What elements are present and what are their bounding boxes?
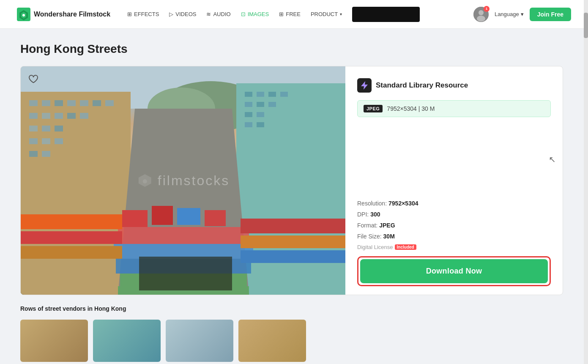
svg-point-6 <box>477 16 485 22</box>
svg-rect-21 <box>80 113 88 119</box>
svg-rect-55 <box>21 214 122 229</box>
image-section: filmstocks <box>21 66 345 295</box>
image-description: Rows of street vendors in Hong Kong <box>20 305 563 312</box>
videos-icon: ▷ <box>169 11 173 17</box>
svg-rect-58 <box>241 219 345 233</box>
audio-icon: ≋ <box>206 11 211 17</box>
svg-rect-50 <box>139 257 232 290</box>
svg-rect-35 <box>268 92 276 97</box>
thumbnail-item-4[interactable] <box>238 320 306 362</box>
thumbnail-item-2[interactable] <box>93 320 161 362</box>
nav-label-audio: AUDIO <box>213 11 230 17</box>
svg-rect-52 <box>152 206 173 225</box>
svg-rect-41 <box>257 112 264 117</box>
free-icon: ⊞ <box>279 11 284 17</box>
dpi-row: DPI: 300 <box>357 211 551 218</box>
join-free-button[interactable]: Join Free <box>530 8 571 21</box>
page-content: Hong Kong Streets <box>0 29 583 364</box>
nav-item-free[interactable]: ⊞ FREE <box>275 8 305 20</box>
svg-rect-43 <box>257 122 264 127</box>
svg-point-5 <box>479 10 484 15</box>
scrollbar[interactable] <box>584 0 588 364</box>
svg-rect-60 <box>241 250 345 263</box>
svg-rect-11 <box>21 92 131 295</box>
nav-label-effects: EFFECTS <box>134 11 159 17</box>
right-panel: Standard Library Resource JPEG 7952×5304… <box>345 66 563 295</box>
svg-rect-25 <box>42 126 50 131</box>
svg-rect-24 <box>29 126 38 131</box>
page-title: Hong Kong Streets <box>20 42 563 56</box>
format-badge-row[interactable]: JPEG 7952×5304 | 30 M <box>357 100 551 117</box>
svg-rect-16 <box>29 113 38 119</box>
svg-rect-57 <box>21 246 122 259</box>
nav-item-videos[interactable]: ▷ VIDEOS <box>165 8 200 20</box>
nav-item-effects[interactable]: ⊞ EFFECTS <box>123 8 163 20</box>
svg-rect-59 <box>241 235 345 248</box>
favorite-button[interactable] <box>27 72 40 86</box>
svg-rect-14 <box>55 100 63 106</box>
navbar-right: 1 Language ▾ Join Free <box>473 7 571 22</box>
images-icon: ⊡ <box>241 11 246 17</box>
nav-item-product[interactable]: PRODUCT ▾ <box>306 8 346 20</box>
resolution-display: 7952×5304 | 30 M <box>387 105 435 112</box>
digital-license-label: Digital License <box>357 244 393 250</box>
nav-label-free: FREE <box>286 11 301 17</box>
svg-rect-37 <box>245 102 252 107</box>
format-row: Format: JPEG <box>357 222 551 229</box>
specs-section: Resolution: 7952×5304 DPI: 300 Format: J… <box>357 192 551 286</box>
svg-rect-27 <box>29 138 38 144</box>
filesize-label: File Size: <box>357 233 382 240</box>
download-button-wrap: Download Now <box>357 256 551 286</box>
language-label: Language <box>495 11 519 17</box>
svg-point-3 <box>22 14 25 16</box>
street-scene-svg <box>21 66 345 295</box>
language-selector[interactable]: Language ▾ <box>495 11 524 17</box>
svg-rect-42 <box>245 122 252 127</box>
thumbnail-item-1[interactable] <box>20 320 88 362</box>
svg-rect-23 <box>105 100 114 106</box>
svg-rect-15 <box>67 100 76 106</box>
digital-license-row: Digital License Included <box>357 244 551 250</box>
product-dropdown-arrow: ▾ <box>340 12 342 16</box>
svg-rect-51 <box>122 210 148 227</box>
svg-rect-30 <box>29 151 38 157</box>
nav-links: ⊞ EFFECTS ▷ VIDEOS ≋ AUDIO ⊡ IMAGES ⊞ FR… <box>123 7 473 22</box>
dpi-label: DPI: <box>357 211 369 218</box>
svg-rect-53 <box>177 208 200 225</box>
resolution-value: 7952×5304 <box>388 200 418 207</box>
brand-logo-icon <box>17 8 30 21</box>
nav-item-images[interactable]: ⊡ IMAGES <box>237 8 273 20</box>
format-label: Format: <box>357 222 377 229</box>
language-dropdown-arrow: ▾ <box>521 11 524 17</box>
nav-search-box[interactable] <box>352 7 420 22</box>
svg-rect-39 <box>268 102 276 107</box>
svg-rect-45 <box>118 227 249 244</box>
download-now-button[interactable]: Download Now <box>360 259 548 283</box>
thumbnail-item-3[interactable] <box>166 320 233 362</box>
effects-icon: ⊞ <box>127 11 132 17</box>
dpi-value: 300 <box>370 211 380 218</box>
svg-rect-31 <box>42 151 50 157</box>
resolution-row: Resolution: 7952×5304 <box>357 200 551 207</box>
image-card: filmstocks ↖ Standard Library Resource J… <box>20 66 563 295</box>
svg-rect-36 <box>280 92 288 97</box>
scrollbar-thumb[interactable] <box>584 13 588 38</box>
svg-rect-38 <box>257 102 264 107</box>
resource-title: Standard Library Resource <box>376 81 468 90</box>
svg-rect-20 <box>80 100 88 106</box>
resource-header: Standard Library Resource <box>357 78 551 93</box>
brand-name: Wondershare Filmstock <box>34 11 110 18</box>
svg-rect-17 <box>42 113 50 119</box>
nav-label-videos: VIDEOS <box>175 11 196 17</box>
svg-rect-46 <box>114 244 253 259</box>
svg-rect-12 <box>29 100 38 106</box>
svg-rect-33 <box>245 92 252 97</box>
svg-rect-13 <box>42 100 50 106</box>
filesize-row: File Size: 30M <box>357 233 551 240</box>
jpeg-badge: JPEG <box>364 105 383 112</box>
user-avatar-wrap[interactable]: 1 <box>473 7 489 22</box>
format-value: JPEG <box>379 222 395 229</box>
brand-logo-link[interactable]: Wondershare Filmstock <box>17 8 110 21</box>
lightning-badge <box>357 78 372 93</box>
nav-item-audio[interactable]: ≋ AUDIO <box>202 8 235 20</box>
